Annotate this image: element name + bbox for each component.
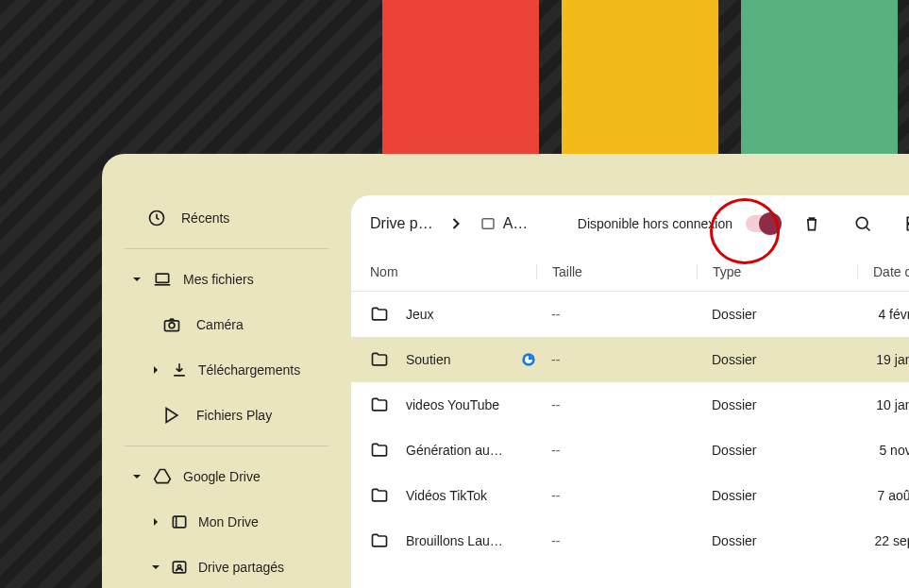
sidebar-item-downloads[interactable]: Téléchargements [117, 347, 351, 393]
svg-rect-1 [156, 274, 168, 282]
column-type[interactable]: Type [697, 264, 857, 279]
file-list: Jeux--Dossier4 févr. 20Soutien--Dossier1… [351, 292, 909, 563]
table-row[interactable]: Jeux--Dossier4 févr. 20 [351, 292, 909, 337]
sidebar-label: Récents [181, 210, 229, 226]
sidebar-item-recents[interactable]: Récents [117, 195, 351, 241]
sidebar-item-shared-drives[interactable]: Drive partagés [117, 545, 351, 588]
arrow-right-icon [151, 517, 160, 527]
table-row[interactable]: videos YouTube--Dossier10 janv. 2 [351, 382, 909, 428]
divider [125, 248, 328, 249]
file-name: Brouillons Lau… [406, 533, 503, 548]
arrow-down-icon [151, 563, 160, 572]
file-size: -- [536, 488, 697, 503]
arrow-right-icon [151, 365, 160, 375]
file-type: Dossier [697, 352, 857, 367]
file-size: -- [536, 307, 697, 322]
file-type: Dossier [697, 533, 857, 548]
folder-icon [370, 441, 389, 460]
toggle-knob [759, 212, 782, 235]
sync-icon [521, 352, 536, 367]
download-icon [170, 361, 189, 379]
folder-icon [370, 395, 389, 414]
file-name: Jeux [406, 307, 434, 322]
clock-icon [147, 209, 166, 227]
file-size: -- [536, 533, 697, 548]
files-app-window: Récents Mes fichiers Caméra [102, 154, 909, 588]
camera-icon [162, 315, 181, 334]
sidebar-item-play-files[interactable]: Fichiers Play [117, 393, 351, 438]
table-header: Nom Taille Type Date de m [351, 252, 909, 292]
sidebar-label: Mes fichiers [183, 272, 254, 287]
breadcrumb-root[interactable]: Drive p… [370, 215, 433, 232]
desktop-color-bars [382, 0, 898, 155]
drive-icon [153, 467, 172, 486]
file-name: Soutien [406, 352, 450, 367]
file-name: Génération au… [406, 443, 503, 458]
sidebar-label: Fichiers Play [196, 408, 272, 423]
file-name: videos YouTube [406, 397, 499, 412]
breadcrumb-current-label: A… [503, 215, 529, 232]
sidebar-group-google-drive[interactable]: Google Drive [117, 454, 351, 499]
file-date: 19 janv. 2 [857, 352, 909, 367]
folder-icon [370, 486, 389, 505]
svg-point-6 [177, 565, 180, 568]
file-type: Dossier [697, 307, 857, 322]
folder-icon [370, 305, 389, 324]
file-date: 10 janv. 2 [857, 397, 909, 412]
sidebar-group-my-files[interactable]: Mes fichiers [117, 257, 351, 302]
sidebar-label: Caméra [196, 317, 244, 332]
breadcrumb-current[interactable]: A… [479, 214, 529, 233]
bar-red [382, 0, 539, 155]
sidebar-item-my-drive[interactable]: Mon Drive [117, 499, 351, 545]
folder-icon [370, 350, 389, 369]
column-size[interactable]: Taille [536, 264, 697, 279]
divider [125, 445, 328, 446]
sidebar-label: Google Drive [183, 469, 261, 484]
column-date[interactable]: Date de m [857, 264, 909, 279]
search-button[interactable] [844, 205, 882, 243]
file-name: Vidéos TikTok [406, 488, 487, 503]
table-row[interactable]: Génération au…--Dossier5 nov. 20 [351, 428, 909, 473]
file-date: 22 sept. 2 [857, 533, 909, 548]
sidebar-label: Drive partagés [198, 560, 284, 575]
file-size: -- [536, 443, 697, 458]
play-icon [162, 406, 181, 425]
table-row[interactable]: Vidéos TikTok--Dossier7 août 20 [351, 473, 909, 518]
folder-icon [370, 531, 389, 550]
file-date: 4 févr. 20 [857, 307, 909, 322]
file-type: Dossier [697, 397, 857, 412]
sidebar: Récents Mes fichiers Caméra [102, 195, 351, 588]
toolbar: Drive p… A… Disponible hors connexion [351, 195, 909, 252]
delete-button[interactable] [793, 205, 831, 243]
file-type: Dossier [697, 488, 857, 503]
main-panel: Drive p… A… Disponible hors connexion [351, 195, 909, 588]
file-type: Dossier [697, 443, 857, 458]
svg-point-3 [169, 323, 175, 328]
shared-drive-icon [170, 558, 189, 577]
bar-green [741, 0, 898, 155]
svg-point-8 [856, 217, 867, 228]
grid-view-button[interactable] [895, 205, 909, 243]
arrow-down-icon [132, 275, 142, 284]
offline-toggle[interactable] [746, 215, 780, 232]
file-date: 7 août 20 [857, 488, 909, 503]
my-drive-icon [170, 512, 189, 531]
sidebar-label: Mon Drive [198, 514, 259, 529]
offline-toggle-label: Disponible hors connexion [578, 216, 732, 231]
file-date: 5 nov. 20 [857, 443, 909, 458]
bar-yellow [562, 0, 718, 155]
svg-rect-7 [482, 219, 494, 229]
sidebar-item-camera[interactable]: Caméra [117, 302, 351, 347]
column-name[interactable]: Nom [370, 264, 536, 279]
svg-rect-4 [173, 516, 185, 528]
table-row[interactable]: Soutien--Dossier19 janv. 2 [351, 337, 909, 382]
sidebar-label: Téléchargements [198, 362, 300, 378]
file-size: -- [536, 397, 697, 412]
file-size: -- [536, 352, 697, 367]
laptop-icon [153, 270, 172, 289]
table-row[interactable]: Brouillons Lau…--Dossier22 sept. 2 [351, 518, 909, 563]
shared-drive-small-icon [479, 214, 497, 233]
chevron-right-icon [446, 214, 465, 233]
arrow-down-icon [132, 472, 142, 481]
